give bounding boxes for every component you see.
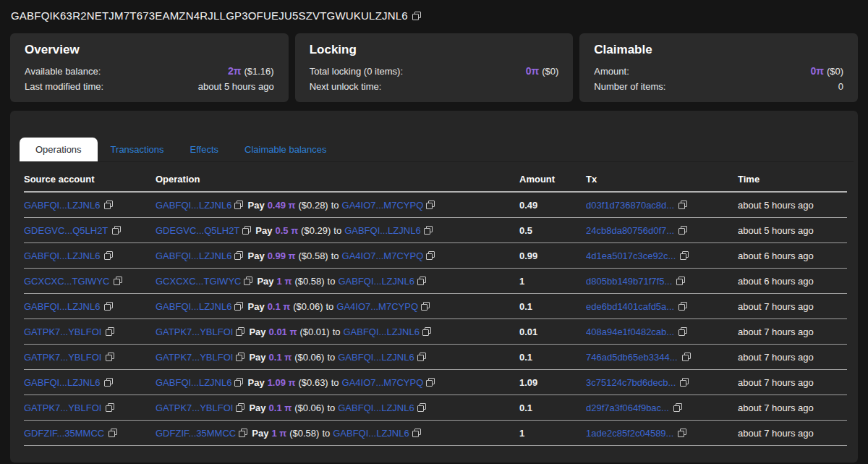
operation-from-link[interactable]: GDFZIF...35MMCC bbox=[156, 428, 236, 439]
operation-from-link[interactable]: GDEGVC...Q5LH2T bbox=[156, 225, 239, 236]
copy-icon[interactable] bbox=[239, 429, 247, 437]
copy-icon[interactable] bbox=[680, 378, 689, 387]
copy-icon[interactable] bbox=[678, 302, 687, 311]
operation-from-link[interactable]: GABFQI...LZJNL6 bbox=[156, 250, 231, 261]
operation-usd-amount: ($0.29) bbox=[301, 225, 331, 236]
tx-link[interactable]: d805bb149b71f7f5... bbox=[586, 276, 672, 287]
copy-icon[interactable] bbox=[426, 251, 435, 260]
tab-effects[interactable]: Effects bbox=[177, 138, 232, 161]
col-header-amount: Amount bbox=[519, 174, 586, 185]
time-cell: about 5 hours ago bbox=[738, 200, 847, 211]
source-account-link[interactable]: GABFQI...LZJNL6 bbox=[24, 377, 100, 388]
copy-icon[interactable] bbox=[236, 403, 244, 412]
copy-icon[interactable] bbox=[426, 378, 435, 387]
tx-link[interactable]: d29f7a3f064f9bac... bbox=[586, 402, 669, 413]
copy-icon[interactable] bbox=[114, 277, 122, 285]
copy-icon[interactable] bbox=[676, 277, 685, 285]
copy-icon[interactable] bbox=[104, 378, 113, 387]
source-account-link[interactable]: GATPK7...YBLFOI bbox=[24, 402, 101, 413]
copy-icon[interactable] bbox=[412, 429, 421, 437]
copy-icon[interactable] bbox=[426, 201, 435, 209]
operation-to-link[interactable]: GA4IO7...M7CYPQ bbox=[342, 200, 424, 211]
operation-to-link[interactable]: GABFQI...LZJNL6 bbox=[343, 326, 419, 337]
tx-link[interactable]: 408a94e1f0482cab... bbox=[586, 326, 674, 337]
copy-icon[interactable] bbox=[680, 251, 689, 260]
operation-to-link[interactable]: GABFQI...LZJNL6 bbox=[333, 428, 409, 439]
copy-icon[interactable] bbox=[106, 403, 114, 412]
copy-icon[interactable] bbox=[109, 429, 117, 437]
tx-cell: 24cb8da80756d0f7... bbox=[586, 225, 738, 236]
tx-link[interactable]: ede6bd1401cafd5a... bbox=[586, 301, 674, 312]
operation-from-link[interactable]: GCXCXC...TGIWYC bbox=[156, 276, 241, 287]
copy-icon[interactable] bbox=[422, 327, 431, 336]
source-account-link[interactable]: GDEGVC...Q5LH2T bbox=[24, 225, 108, 236]
operation-to-link[interactable]: GABFQI...LZJNL6 bbox=[344, 225, 420, 236]
source-account-link[interactable]: GATPK7...YBLFOI bbox=[24, 326, 101, 337]
source-account-link[interactable]: GCXCXC...TGIWYC bbox=[24, 276, 109, 287]
copy-icon[interactable] bbox=[417, 403, 426, 412]
operation-to-link[interactable]: GABFQI...LZJNL6 bbox=[338, 276, 414, 287]
operation-to-link[interactable]: GA4IO7...M7CYPQ bbox=[342, 250, 424, 261]
operation-from-link[interactable]: GATPK7...YBLFOI bbox=[156, 352, 233, 363]
copy-icon[interactable] bbox=[104, 201, 113, 209]
copy-icon[interactable] bbox=[106, 327, 114, 336]
source-account-cell: GDEGVC...Q5LH2T bbox=[24, 225, 156, 236]
source-account-link[interactable]: GABFQI...LZJNL6 bbox=[24, 200, 100, 211]
pay-label: Pay bbox=[249, 326, 265, 337]
operation-to-link[interactable]: GABFQI...LZJNL6 bbox=[338, 402, 414, 413]
copy-icon[interactable] bbox=[678, 429, 686, 437]
copy-icon[interactable] bbox=[112, 226, 121, 235]
operation-to-link[interactable]: GA4IO7...M7CYPQ bbox=[342, 377, 424, 388]
tab-operations[interactable]: Operations bbox=[20, 138, 98, 161]
copy-icon[interactable] bbox=[417, 353, 426, 361]
copy-icon[interactable] bbox=[424, 226, 433, 235]
copy-icon[interactable] bbox=[417, 277, 426, 285]
source-account-link[interactable]: GABFQI...LZJNL6 bbox=[24, 250, 100, 261]
operation-from-link[interactable]: GABFQI...LZJNL6 bbox=[156, 200, 231, 211]
tx-link[interactable]: 3c75124c7bd6decb... bbox=[586, 377, 676, 388]
copy-icon[interactable] bbox=[678, 226, 687, 235]
copy-icon[interactable] bbox=[104, 251, 113, 260]
copy-icon[interactable] bbox=[234, 378, 243, 387]
operation-usd-amount: ($0.06) bbox=[294, 352, 324, 363]
tx-link[interactable]: 746ad5db65eb3344... bbox=[586, 352, 678, 363]
copy-icon[interactable] bbox=[678, 327, 687, 336]
copy-icon[interactable] bbox=[106, 353, 114, 361]
copy-icon[interactable] bbox=[236, 327, 244, 336]
copy-icon[interactable] bbox=[242, 226, 251, 235]
copy-icon[interactable] bbox=[234, 302, 243, 311]
copy-icon[interactable] bbox=[244, 277, 252, 285]
copy-icon[interactable] bbox=[104, 302, 113, 311]
copy-icon[interactable] bbox=[673, 403, 682, 412]
operation-from-link[interactable]: GATPK7...YBLFOI bbox=[156, 326, 233, 337]
tab-claimable-balances[interactable]: Claimable balances bbox=[231, 138, 339, 161]
copy-icon[interactable] bbox=[412, 12, 421, 20]
copy-icon[interactable] bbox=[236, 353, 244, 361]
copy-icon[interactable] bbox=[234, 201, 243, 209]
operation-to-link[interactable]: GA4IO7...M7CYPQ bbox=[336, 301, 418, 312]
copy-icon[interactable] bbox=[682, 353, 691, 361]
source-account-link[interactable]: GATPK7...YBLFOI bbox=[24, 352, 101, 363]
operation-to-link[interactable]: GABFQI...LZJNL6 bbox=[338, 352, 414, 363]
to-label: to bbox=[331, 250, 339, 261]
amount-cell: 1.09 bbox=[519, 377, 586, 388]
tx-link[interactable]: 1ade2c85f2c04589... bbox=[586, 428, 673, 439]
tx-link[interactable]: 4d1ea5017c3ce92c... bbox=[586, 250, 676, 261]
copy-icon[interactable] bbox=[234, 251, 243, 260]
source-account-cell: GABFQI...LZJNL6 bbox=[24, 250, 156, 261]
usd-amount: ($1.16) bbox=[244, 66, 273, 77]
main-panel: Operations Transactions Effects Claimabl… bbox=[10, 111, 858, 463]
operation-from-link[interactable]: GABFQI...LZJNL6 bbox=[156, 301, 231, 312]
source-account-link[interactable]: GDFZIF...35MMCC bbox=[24, 428, 104, 439]
tab-transactions[interactable]: Transactions bbox=[98, 138, 177, 161]
tx-link[interactable]: 24cb8da80756d0f7... bbox=[586, 225, 674, 236]
copy-icon[interactable] bbox=[678, 201, 687, 209]
operation-from-link[interactable]: GABFQI...LZJNL6 bbox=[156, 377, 231, 388]
operation-from-link[interactable]: GATPK7...YBLFOI bbox=[156, 402, 233, 413]
operation-pi-amount: 1.09 π bbox=[268, 377, 296, 388]
copy-icon[interactable] bbox=[421, 302, 430, 311]
tx-link[interactable]: d03f1d736870ac8d... bbox=[586, 200, 674, 211]
source-account-link[interactable]: GABFQI...LZJNL6 bbox=[24, 301, 100, 312]
amount-cell: 0.49 bbox=[519, 200, 586, 211]
usd-amount: ($0) bbox=[827, 66, 843, 77]
